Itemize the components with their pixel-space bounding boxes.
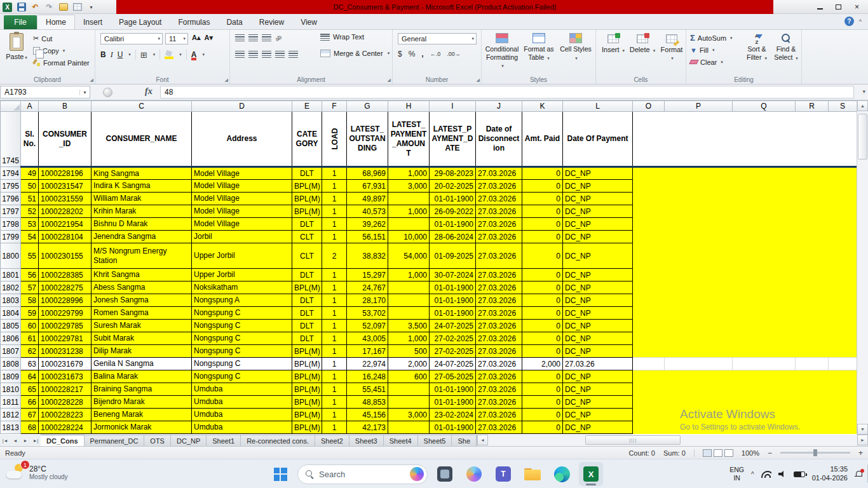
column-header-h[interactable]: H — [388, 101, 430, 112]
scroll-left-icon[interactable]: ◄ — [477, 435, 488, 445]
orientation-icon[interactable]: ab — [274, 34, 283, 43]
cell[interactable]: 27.03.2026 — [476, 205, 522, 218]
empty-cell[interactable] — [633, 396, 665, 409]
cell[interactable]: DC_NP — [563, 396, 633, 409]
empty-cell[interactable] — [733, 421, 796, 434]
empty-cell[interactable] — [633, 205, 665, 218]
cell[interactable] — [388, 281, 430, 294]
cell[interactable]: 55,451 — [347, 383, 388, 396]
cell[interactable] — [388, 193, 430, 205]
cell[interactable]: 27.03.2026 — [476, 231, 522, 243]
cell[interactable]: 27.03.2026 — [476, 358, 522, 370]
empty-cell[interactable] — [829, 345, 857, 358]
empty-cell[interactable] — [665, 345, 733, 358]
empty-cell[interactable] — [633, 370, 665, 383]
cell[interactable] — [388, 307, 430, 320]
cell[interactable]: Suresh Marak — [92, 320, 192, 332]
cell[interactable]: William Marak — [92, 193, 192, 205]
cell[interactable]: 59 — [21, 307, 39, 320]
cell[interactable]: 1 — [322, 205, 347, 218]
cell[interactable]: 55 — [21, 243, 39, 269]
empty-cell[interactable] — [829, 193, 857, 205]
fill-color-icon[interactable] — [165, 51, 173, 59]
row-header-1809[interactable]: 1809 — [1, 370, 21, 383]
cell[interactable]: DC_NP — [563, 231, 633, 243]
cell[interactable]: 0 — [522, 383, 563, 396]
cell[interactable]: Indira K Sangma — [92, 180, 192, 193]
cell[interactable]: 1 — [322, 307, 347, 320]
cell[interactable]: 0 — [522, 243, 563, 269]
cell[interactable]: 1000229799 — [39, 307, 92, 320]
scroll-down-icon[interactable]: ▼ — [857, 424, 868, 435]
cell[interactable]: DC_NP — [563, 193, 633, 205]
cell[interactable]: 60 — [21, 320, 39, 332]
empty-cell[interactable] — [665, 332, 733, 345]
empty-cell[interactable] — [796, 421, 829, 434]
cell[interactable]: 2 — [322, 243, 347, 269]
empty-cell[interactable] — [733, 370, 796, 383]
empty-cell[interactable] — [829, 383, 857, 396]
ribbon-tab-page-layout[interactable]: Page Layout — [111, 15, 170, 29]
empty-cell[interactable] — [665, 193, 733, 205]
sheet-tab-sheet3[interactable]: Sheet3 — [349, 435, 384, 446]
cell[interactable]: 0 — [522, 269, 563, 281]
empty-cell[interactable] — [733, 269, 796, 281]
cell[interactable]: 63 — [21, 358, 39, 370]
cell[interactable]: Balina Marak — [92, 370, 192, 383]
cell[interactable]: Nongspung C — [192, 358, 292, 370]
empty-cell[interactable] — [733, 332, 796, 345]
font-size-select[interactable]: 11▾ — [165, 33, 188, 44]
formula-input[interactable]: 48 — [160, 86, 854, 98]
undo-icon[interactable]: ↶ — [30, 2, 41, 12]
cell[interactable]: 30-07-2024 — [430, 269, 476, 281]
table-header-cell[interactable]: Amt. Paid — [522, 112, 563, 167]
cell[interactable]: 0 — [522, 320, 563, 332]
autosum-button[interactable]: ΣAutoSum▾ — [690, 32, 733, 43]
empty-cell[interactable] — [733, 320, 796, 332]
cell[interactable]: 64 — [21, 370, 39, 383]
cell[interactable]: CLT — [292, 243, 322, 269]
empty-cell[interactable] — [829, 205, 857, 218]
cell[interactable]: BPL(M) — [292, 345, 322, 358]
battery-icon[interactable] — [794, 471, 805, 477]
empty-cell[interactable] — [733, 358, 796, 370]
cell[interactable]: 27.03.26 — [563, 358, 633, 370]
empty-cell[interactable] — [733, 294, 796, 307]
empty-cell[interactable] — [733, 345, 796, 358]
empty-cell[interactable] — [796, 370, 829, 383]
paste-button[interactable]: Paste▾ — [3, 32, 31, 74]
empty-cell[interactable] — [733, 167, 796, 180]
empty-cell[interactable] — [796, 345, 829, 358]
cut-button[interactable]: ✂Cut — [33, 33, 90, 44]
cell[interactable]: 22,974 — [347, 358, 388, 370]
empty-cell[interactable] — [665, 409, 733, 421]
cell[interactable]: 01-01-1900 — [430, 383, 476, 396]
row-header-1811[interactable]: 1811 — [1, 396, 21, 409]
cell[interactable]: 01-01-1900 — [430, 396, 476, 409]
accounting-format-icon[interactable]: $ — [398, 50, 402, 58]
cell[interactable]: BPL(M) — [292, 370, 322, 383]
cell[interactable]: 01-01-1900 — [430, 294, 476, 307]
normal-view-icon[interactable] — [703, 449, 712, 457]
empty-cell[interactable] — [633, 294, 665, 307]
cell[interactable]: 28-06-2024 — [430, 231, 476, 243]
cell[interactable]: 01-01-1900 — [430, 281, 476, 294]
cell[interactable]: 56,151 — [347, 231, 388, 243]
column-header-o[interactable]: O — [633, 101, 665, 112]
table-header-cell[interactable]: LATEST_PAYMENT_DATE — [430, 112, 476, 167]
ribbon-tab-data[interactable]: Data — [218, 15, 250, 29]
wrap-text-button[interactable]: Wrap Text — [320, 33, 364, 41]
column-header-i[interactable]: I — [430, 101, 476, 112]
cell[interactable]: 01-01-1900 — [430, 307, 476, 320]
empty-cell[interactable] — [829, 112, 857, 167]
cell[interactable]: Braining Sangma — [92, 383, 192, 396]
table-header-cell[interactable]: LATEST_PAYMENT_AMOUNT — [388, 112, 430, 167]
align-right-icon[interactable] — [262, 51, 271, 58]
row-header-1806[interactable]: 1806 — [1, 332, 21, 345]
cell[interactable]: DC_NP — [563, 269, 633, 281]
cell[interactable]: 1,000 — [388, 205, 430, 218]
empty-cell[interactable] — [829, 231, 857, 243]
close-button[interactable]: × — [848, 1, 866, 13]
empty-cell[interactable] — [665, 112, 733, 167]
clear-button[interactable]: Clear▾ — [690, 57, 733, 67]
